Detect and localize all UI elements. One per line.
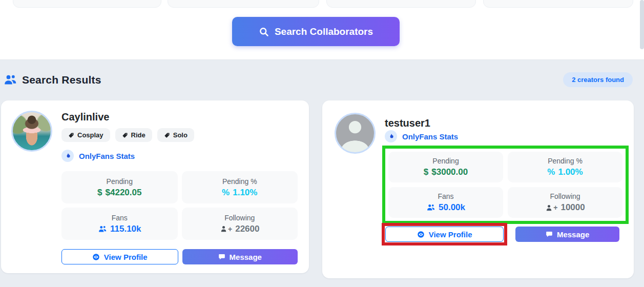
search-button-label: Search Collaborators [275,26,373,37]
tag-label: Cosplay [77,131,103,139]
stats-grid: Pending $4220.05 Pending % 1.10% [61,171,298,240]
person-plus-icon [220,225,232,233]
stat-fans: Fans 50.00k [388,187,503,218]
card-actions: View Profile Message [385,223,619,245]
message-button[interactable]: Message [515,227,619,242]
creators-found-badge: 2 creators found [563,72,633,87]
search-icon [259,27,269,37]
tag-pill: Cosplay [61,128,110,142]
tag-icon [164,132,170,138]
stat-value: $3000.00 [431,167,468,177]
stat-value: 1.00% [558,167,583,177]
stat-following: Following 22600 [182,208,298,240]
creator-avatar [11,111,52,152]
results-title: Search Results [22,74,101,86]
stat-label: Fans [112,214,128,222]
creator-username: Caylinlive [61,111,298,123]
message-button-column: Message [515,227,619,242]
tag-label: Ride [131,131,146,139]
creator-card-content: Caylinlive Cosplay Ri [61,111,298,273]
stat-value: 22600 [235,224,259,234]
stat-pending-percent: Pending % 1.00% [508,152,622,182]
chat-bubble-icon [218,253,225,260]
chat-bubble-icon [546,231,553,238]
eye-icon [92,253,100,261]
onlyfans-stats-label: OnlyFans Stats [402,132,458,141]
stat-label: Following [224,214,255,222]
stat-pending: Pending $3000.00 [388,152,503,182]
view-profile-button[interactable]: View Profile [385,227,504,242]
creator-username: testuser1 [385,117,619,129]
onlyfans-stats-label: OnlyFans Stats [79,152,135,160]
percent-icon [547,167,555,177]
view-profile-label: View Profile [104,253,148,261]
onlyfans-stats-link[interactable]: OnlyFans Stats [61,150,298,162]
users-icon [3,73,17,87]
stat-value: 115.10k [110,224,141,234]
stats-grid: Pending $3000.00 Pending % 1.00% [388,152,622,218]
onlyfans-stats-link[interactable]: OnlyFans Stats [385,130,619,142]
stat-value: 50.00k [439,202,465,213]
percent-icon [222,188,230,198]
stat-pending: Pending $4220.05 [61,171,178,203]
results-header: Search Results 2 creators found [3,72,633,87]
tag-pill: Ride [115,128,152,142]
search-filter-input-4[interactable] [483,0,633,8]
users-icon [98,224,107,234]
message-label: Message [230,253,262,261]
stat-label: Following [550,192,580,200]
onlyfans-icon [385,130,397,142]
stat-following: Following 10000 [508,187,622,218]
tag-icon [68,132,74,138]
person-plus-icon [545,203,557,212]
search-filter-input-1[interactable] [13,0,161,8]
message-label: Message [557,230,589,239]
tag-label: Solo [173,131,188,139]
view-profile-label: View Profile [429,230,472,239]
creator-card-content: testuser1 OnlyFans Stats Pending [385,113,619,278]
annotation-box-view-profile: View Profile [382,223,507,245]
stat-label: Pending [432,157,459,165]
creator-avatar-placeholder [335,113,376,154]
stat-label: Fans [438,192,453,200]
creator-card-caylinlive: Caylinlive Cosplay Ri [1,100,309,273]
stat-value: $4220.05 [106,188,142,198]
users-icon [426,203,435,212]
stat-pending-percent: Pending % 1.10% [182,171,298,203]
card-actions: View Profile Message [61,249,298,264]
message-button[interactable]: Message [182,249,298,264]
annotation-box-stats: Pending $3000.00 Pending % 1.00% [382,146,629,224]
dollar-icon [424,167,428,177]
eye-icon [417,231,425,238]
scrollbar-thumb[interactable] [640,0,644,49]
stat-label: Pending % [222,177,257,186]
tag-icon [122,132,128,138]
view-profile-button[interactable]: View Profile [61,249,178,264]
avatar-column [11,111,61,273]
dollar-icon [97,188,102,198]
stat-label: Pending % [548,157,583,165]
stat-label: Pending [107,177,133,186]
search-filter-input-2[interactable] [168,0,319,8]
stat-value: 10000 [560,202,585,213]
onlyfans-icon [61,150,74,162]
avatar-column [335,113,385,278]
top-search-panel: Search Collaborators [0,0,644,60]
search-collaborators-button[interactable]: Search Collaborators [232,17,400,46]
creator-tags: Cosplay Ride Solo [61,128,298,142]
tag-pill: Solo [157,128,194,142]
search-filter-input-3[interactable] [326,0,476,8]
creator-card-testuser1: testuser1 OnlyFans Stats Pending [322,100,634,278]
search-results-section: Search Results 2 creators found Caylinli… [0,60,644,287]
stat-fans: Fans 115.10k [61,208,178,240]
creator-cards-row: Caylinlive Cosplay Ri [1,100,634,278]
stat-value: 1.10% [233,188,257,198]
